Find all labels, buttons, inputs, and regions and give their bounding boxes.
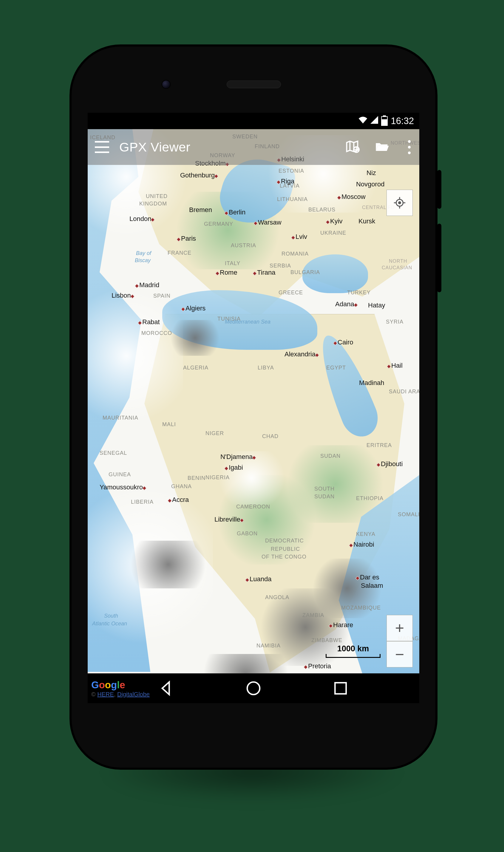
label-country: SAUDI ARA	[389, 388, 419, 395]
label-country: ZAMBIA	[302, 612, 324, 618]
label-country: LIBYA	[258, 365, 274, 371]
attribution-link-dg[interactable]: DigitalGlobe	[117, 691, 150, 697]
attribution-link-here[interactable]: HERE	[97, 691, 114, 697]
label-country: NAMIBIA	[256, 643, 281, 649]
svg-rect-4	[335, 683, 346, 694]
label-country: UKRAINE	[320, 230, 346, 236]
label-city: Kyiv	[330, 217, 343, 225]
label-country: UNITED	[146, 193, 167, 199]
label-water: South	[104, 613, 118, 619]
label-city: Lviv	[295, 233, 307, 240]
label-country: EGYPT	[326, 365, 346, 371]
label-country: ERITREA	[366, 442, 392, 448]
label-city: Bremen	[189, 206, 212, 214]
label-city: Algiers	[185, 305, 205, 312]
label-city: Kursk	[358, 217, 375, 225]
label-country: AUSTRIA	[231, 242, 256, 249]
label-city: Accra	[172, 496, 189, 503]
wifi-icon	[358, 116, 367, 126]
label-city: Rome	[220, 269, 237, 276]
label-country: SOMALI	[398, 511, 419, 518]
label-country: ANGOLA	[265, 594, 289, 600]
clock-text: 16:32	[391, 116, 414, 126]
label-country: ITALY	[225, 260, 240, 266]
label-country: MALI	[162, 421, 176, 427]
label-country: NIGER	[205, 430, 224, 436]
nav-recent-icon[interactable]	[332, 680, 349, 696]
zoom-out-button[interactable]: −	[386, 641, 413, 667]
label-country: SUDAN	[314, 493, 335, 500]
label-city: Yamoussoukro	[100, 484, 143, 491]
label-city: Djibouti	[381, 460, 402, 468]
zoom-in-button[interactable]: +	[386, 615, 413, 641]
nav-home-icon[interactable]	[245, 680, 262, 696]
map-labels: ICELAND SWEDEN FINLAND NORWAY ESTONIA LA…	[88, 129, 419, 673]
label-country: GERMANY	[204, 221, 233, 227]
app-title: GPX Viewer	[119, 140, 335, 155]
label-country: MOROCCO	[141, 330, 172, 336]
label-country: LIBERIA	[131, 499, 154, 505]
label-city: Lisbon	[111, 292, 131, 299]
overflow-menu-icon[interactable]	[404, 140, 414, 154]
label-city: Madrid	[139, 281, 159, 289]
label-city: Berlin	[229, 209, 246, 216]
label-country: SOUTH	[314, 486, 335, 492]
menu-icon[interactable]	[95, 141, 109, 153]
label-city: Novgorod	[356, 180, 384, 188]
label-city: Salaam	[361, 582, 383, 589]
label-city: Riga	[281, 178, 294, 185]
label-country: SYRIA	[386, 319, 403, 325]
scale-bar: 1000 km	[326, 644, 380, 658]
label-city: London	[129, 215, 151, 222]
label-country: SENEGAL	[100, 450, 127, 456]
map-canvas[interactable]: ICELAND SWEDEN FINLAND NORWAY ESTONIA LA…	[88, 129, 419, 673]
label-city: Libreville	[214, 515, 240, 523]
label-country: CHAD	[262, 433, 278, 439]
label-country: GHANA	[171, 484, 192, 489]
label-city: Hail	[391, 362, 402, 369]
label-city: Tirana	[257, 269, 275, 276]
label-country: OF THE CONGO	[262, 554, 307, 560]
attribution-text: © HERE, DigitalGlobe	[91, 691, 150, 698]
label-city: Moscow	[341, 193, 366, 200]
label-city: Gothenburg	[180, 171, 215, 179]
label-country: ROMANIA	[282, 251, 309, 257]
label-city: Alexandria	[285, 350, 316, 358]
svg-point-3	[247, 682, 260, 694]
label-water: Atlantic Ocean	[92, 621, 127, 627]
label-city: Rabat	[142, 318, 160, 326]
label-country: MOZAMBIQUE	[341, 605, 381, 611]
label-water: Mediterranean Sea	[225, 319, 270, 325]
label-city: Cairo	[338, 339, 354, 346]
folder-open-icon[interactable]	[375, 139, 390, 155]
label-city: Nairobi	[354, 541, 374, 548]
device-screen: 16:32	[88, 113, 419, 703]
label-city: Paris	[181, 235, 196, 242]
label-country: ZIMBABWE	[311, 637, 342, 643]
svg-point-2	[399, 202, 401, 204]
google-logo: Google	[91, 679, 125, 691]
label-country: KENYA	[356, 531, 376, 537]
label-city: Hatay	[368, 302, 385, 309]
label-country: BULGARIA	[290, 269, 320, 275]
map-layers-icon[interactable]	[345, 139, 360, 155]
label-country: BELARUS	[308, 207, 336, 213]
label-country: ALGERIA	[183, 365, 209, 371]
battery-icon	[381, 116, 388, 126]
scale-label: 1000 km	[326, 644, 380, 653]
label-city: Madinah	[359, 379, 384, 386]
label-city: Pretoria	[308, 662, 331, 670]
label-city: Niz	[366, 169, 376, 177]
label-country: GABON	[237, 530, 258, 537]
label-city: Luanda	[250, 575, 271, 583]
label-region: CAUCASIAN	[382, 265, 412, 270]
label-country: ETHIOPIA	[356, 495, 383, 501]
label-country: SUDAN	[320, 453, 341, 459]
nav-back-icon[interactable]	[158, 680, 175, 696]
label-country: SPAIN	[153, 293, 170, 299]
label-city: Igabi	[229, 464, 243, 471]
label-city: Harare	[333, 621, 353, 629]
cell-signal-icon	[371, 116, 378, 126]
my-location-button[interactable]	[386, 190, 413, 216]
label-country: CAMEROON	[236, 504, 270, 510]
